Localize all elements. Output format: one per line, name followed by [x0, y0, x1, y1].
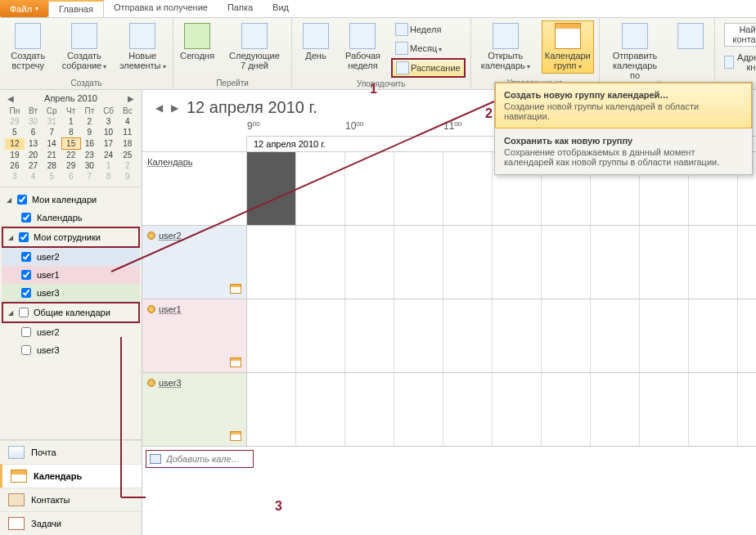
user3-checkbox[interactable]	[21, 288, 31, 298]
tab-folder[interactable]: Папка	[218, 0, 263, 17]
schedule-row-user2[interactable]: user2	[142, 226, 756, 299]
time-cell[interactable]	[394, 373, 443, 446]
mini-calendar-day[interactable]: 11	[119, 127, 137, 138]
mini-calendar-day[interactable]: 2	[80, 116, 98, 127]
time-cell[interactable]	[296, 373, 345, 446]
tab-send-receive[interactable]: Отправка и получение	[104, 0, 218, 17]
time-cell[interactable]	[247, 152, 296, 225]
time-cell[interactable]	[345, 152, 394, 225]
mini-calendar-day[interactable]: 9	[119, 171, 137, 182]
time-cell[interactable]	[542, 299, 591, 372]
mini-calendar-day[interactable]: 14	[42, 138, 61, 150]
user1-checkbox[interactable]	[21, 270, 31, 280]
time-cell[interactable]	[493, 226, 542, 299]
time-cell[interactable]	[591, 226, 640, 299]
prev-day-button[interactable]: ◀	[155, 102, 163, 114]
time-cell[interactable]	[542, 373, 591, 446]
find-contact-input[interactable]: Найти контакт ▾	[720, 20, 756, 49]
tree-item-calendar[interactable]: Календарь	[2, 209, 140, 227]
mini-calendar-day[interactable]: 5	[5, 127, 25, 138]
time-cell[interactable]	[640, 299, 689, 372]
coworkers-checkbox[interactable]	[19, 232, 29, 242]
mini-calendar-day[interactable]: 8	[61, 127, 80, 138]
mini-calendar-day[interactable]: 24	[99, 150, 119, 161]
day-button[interactable]: День	[297, 20, 335, 63]
time-cell[interactable]	[345, 299, 394, 372]
mini-calendar-grid[interactable]: ПнВтСрЧтПтСбВс29303112345678910111213141…	[5, 106, 137, 182]
add-calendar-input[interactable]	[164, 453, 246, 465]
time-cell[interactable]	[738, 299, 756, 372]
tree-item-shared-user3[interactable]: user3	[2, 341, 140, 359]
menu-save-group[interactable]: Сохранить как новую группу Сохранение от…	[495, 128, 752, 174]
new-items-button[interactable]: Новые элементы▾	[117, 20, 168, 74]
next7-button[interactable]: Следующие 7 дней	[223, 20, 286, 73]
mini-calendar-day[interactable]: 13	[25, 138, 43, 150]
tree-item-shared-user2[interactable]: user2	[2, 323, 140, 341]
mini-calendar-day[interactable]: 17	[99, 138, 119, 150]
time-cell[interactable]	[247, 299, 296, 372]
time-cell[interactable]	[296, 152, 345, 225]
workweek-button[interactable]: Рабочая неделя	[341, 20, 385, 73]
time-cell[interactable]	[443, 226, 493, 299]
mini-calendar-day[interactable]: 6	[61, 171, 80, 182]
time-cell[interactable]	[443, 152, 493, 225]
mini-calendar-day[interactable]: 31	[42, 116, 61, 127]
mini-calendar-day[interactable]: 9	[80, 127, 98, 138]
mini-calendar-day[interactable]: 30	[25, 116, 43, 127]
my-calendars-checkbox[interactable]	[17, 195, 27, 205]
tree-group-my-calendars[interactable]: ◢Мои календари	[2, 191, 140, 209]
next-day-button[interactable]: ▶	[171, 102, 178, 114]
mini-calendar-day[interactable]: 19	[5, 150, 25, 161]
tree-group-shared[interactable]: ◢Общие календари	[2, 302, 140, 323]
mini-calendar-day[interactable]: 7	[80, 171, 98, 182]
tree-item-user3[interactable]: user3	[2, 284, 140, 302]
mini-calendar-day[interactable]: 20	[25, 150, 43, 161]
mini-calendar-day[interactable]: 1	[99, 160, 119, 171]
time-cell[interactable]	[296, 226, 345, 299]
time-cell[interactable]	[689, 226, 738, 299]
schedule-row-user3[interactable]: user3	[142, 373, 756, 447]
mini-calendar-day[interactable]: 22	[61, 150, 80, 161]
calendar-groups-button[interactable]: Календари групп▾	[542, 20, 594, 74]
time-cell[interactable]	[738, 373, 756, 446]
tab-home[interactable]: Главная	[48, 0, 104, 17]
time-cell[interactable]	[493, 373, 542, 446]
module-mail[interactable]: Почта	[0, 440, 142, 464]
time-cell[interactable]	[443, 373, 493, 446]
schedule-row-user1[interactable]: user1	[142, 299, 756, 373]
mini-calendar-day[interactable]: 12	[5, 138, 25, 150]
mini-calendar-day[interactable]: 30	[80, 160, 98, 171]
time-cell[interactable]	[640, 373, 689, 446]
mini-calendar-day[interactable]: 7	[42, 127, 61, 138]
open-calendar-button[interactable]: Открыть календарь▾	[476, 20, 535, 74]
time-cell[interactable]	[394, 152, 443, 225]
menu-create-group[interactable]: Создать новую группу календарей… Создани…	[495, 83, 752, 128]
today-button[interactable]: Сегодня	[178, 20, 216, 63]
mini-calendar-day[interactable]: 23	[80, 150, 98, 161]
mini-calendar-day[interactable]: 26	[5, 160, 25, 171]
mini-calendar-day[interactable]: 27	[25, 160, 43, 171]
mini-calendar-day[interactable]: 29	[5, 116, 25, 127]
module-tasks[interactable]: Задачи	[0, 511, 142, 535]
mini-calendar-day[interactable]: 6	[25, 127, 43, 138]
time-cell[interactable]	[542, 226, 591, 299]
time-cell[interactable]	[640, 226, 689, 299]
mini-calendar-day[interactable]: 28	[42, 160, 61, 171]
mini-calendar-day[interactable]: 4	[25, 171, 43, 182]
mini-calendar-day[interactable]: 5	[42, 171, 61, 182]
mini-calendar-day[interactable]: 18	[119, 138, 137, 150]
user2-checkbox[interactable]	[21, 252, 31, 262]
shared-checkbox[interactable]	[19, 308, 29, 317]
mini-calendar-day[interactable]: 25	[119, 150, 137, 161]
time-cell[interactable]	[345, 226, 394, 299]
mini-calendar-day[interactable]: 4	[119, 116, 137, 127]
tab-view[interactable]: Вид	[263, 0, 299, 17]
module-calendar[interactable]: Календарь	[0, 464, 142, 488]
time-cell[interactable]	[493, 299, 542, 372]
mini-calendar-day[interactable]: 15	[61, 138, 80, 150]
time-cell[interactable]	[247, 373, 296, 446]
module-contacts[interactable]: Контакты	[0, 488, 142, 511]
month-button[interactable]: Месяц▾	[391, 39, 466, 57]
time-cell[interactable]	[443, 299, 493, 372]
schedule-grid[interactable]: Календарь user2 user1 user3	[142, 152, 756, 535]
